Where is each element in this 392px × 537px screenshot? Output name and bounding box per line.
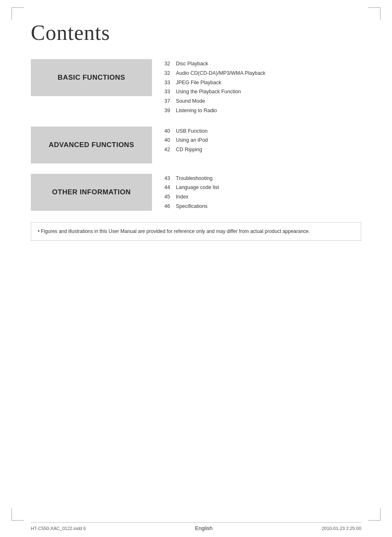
section-label-advanced-functions: ADVANCED FUNCTIONS [49, 141, 134, 149]
corner-mark-right-bottom [380, 508, 380, 521]
page-title: Contents [31, 21, 361, 45]
footer: HT-C550-XAC_0122.indd 6 English 2010-01-… [31, 522, 361, 531]
list-item: 32Disc Playback [164, 60, 265, 68]
list-item: 33JPEG File Playback [164, 79, 265, 87]
list-item: 43Troubleshooting [164, 175, 219, 182]
page-content: Contents BASIC FUNCTIONS32Disc Playback3… [31, 21, 361, 512]
corner-mark-top-right [368, 7, 380, 8]
section-items-basic-functions: 32Disc Playback32Audio CD(CD-DA)/MP3/WMA… [152, 59, 265, 116]
list-item: 42CD Ripping [164, 146, 208, 154]
footer-datetime: 2010-01-23 2:25:00 [322, 526, 361, 531]
item-page-number: 45 [164, 193, 176, 201]
item-page-number: 39 [164, 107, 176, 115]
item-title: Disc Playback [176, 60, 208, 68]
notice-box: • Figures and illustrations in this User… [31, 222, 361, 241]
item-page-number: 44 [164, 184, 176, 191]
item-page-number: 46 [164, 203, 176, 210]
notice-bullet: • [38, 228, 39, 234]
section-row-advanced-functions: ADVANCED FUNCTIONS40USB Function40Using … [31, 127, 361, 164]
item-page-number: 33 [164, 79, 176, 87]
list-item: 40Using an iPod [164, 136, 208, 144]
item-title: JPEG File Playback [176, 79, 221, 87]
item-page-number: 40 [164, 127, 176, 135]
item-title: Using the Playback Function [176, 88, 241, 96]
corner-mark-top-left [12, 7, 24, 8]
item-page-number: 32 [164, 69, 176, 77]
item-page-number: 37 [164, 97, 176, 105]
item-title: Sound Mode [176, 97, 205, 105]
corner-mark-left-bottom [12, 508, 12, 521]
list-item: 44Language code list [164, 184, 219, 191]
item-title: Troubleshooting [176, 175, 212, 182]
item-page-number: 32 [164, 60, 176, 68]
item-title: Index [176, 193, 189, 201]
sections-container: BASIC FUNCTIONS32Disc Playback32Audio CD… [31, 59, 361, 212]
item-title: Listening to Radio [176, 107, 217, 115]
item-title: Language code list [176, 184, 219, 191]
section-label-basic-functions: BASIC FUNCTIONS [58, 74, 125, 82]
list-item: 37Sound Mode [164, 97, 265, 105]
list-item: 32Audio CD(CD-DA)/MP3/WMA Playback [164, 69, 265, 77]
item-page-number: 43 [164, 175, 176, 182]
corner-mark-bottom-left [12, 520, 24, 521]
footer-filename: HT-C550-XAC_0122.indd 6 [31, 526, 86, 531]
item-page-number: 40 [164, 136, 176, 144]
item-title: CD Ripping [176, 146, 202, 154]
list-item: 45Index [164, 193, 219, 201]
item-title: Specifications [176, 203, 208, 210]
section-items-other-information: 43Troubleshooting44Language code list45I… [152, 174, 219, 212]
notice-body: Figures and illustrations in this User M… [41, 228, 310, 234]
list-item: 39Listening to Radio [164, 107, 265, 115]
item-title: Using an iPod [176, 136, 208, 144]
notice-text: • Figures and illustrations in this User… [38, 228, 354, 235]
section-items-advanced-functions: 40USB Function40Using an iPod42CD Rippin… [152, 127, 208, 155]
corner-mark-bottom-right [368, 520, 380, 521]
section-label-other-information: OTHER INFORMATION [52, 188, 131, 196]
item-title: Audio CD(CD-DA)/MP3/WMA Playback [176, 69, 265, 77]
item-page-number: 42 [164, 146, 176, 154]
list-item: 40USB Function [164, 127, 208, 135]
section-row-other-information: OTHER INFORMATION43Troubleshooting44Lang… [31, 174, 361, 212]
corner-mark-right-top [380, 7, 380, 20]
section-row-basic-functions: BASIC FUNCTIONS32Disc Playback32Audio CD… [31, 59, 361, 116]
item-title: USB Function [176, 127, 208, 135]
corner-mark-left-top [12, 7, 12, 20]
list-item: 46Specifications [164, 203, 219, 210]
footer-language: English [195, 525, 213, 531]
item-page-number: 33 [164, 88, 176, 96]
list-item: 33Using the Playback Function [164, 88, 265, 96]
